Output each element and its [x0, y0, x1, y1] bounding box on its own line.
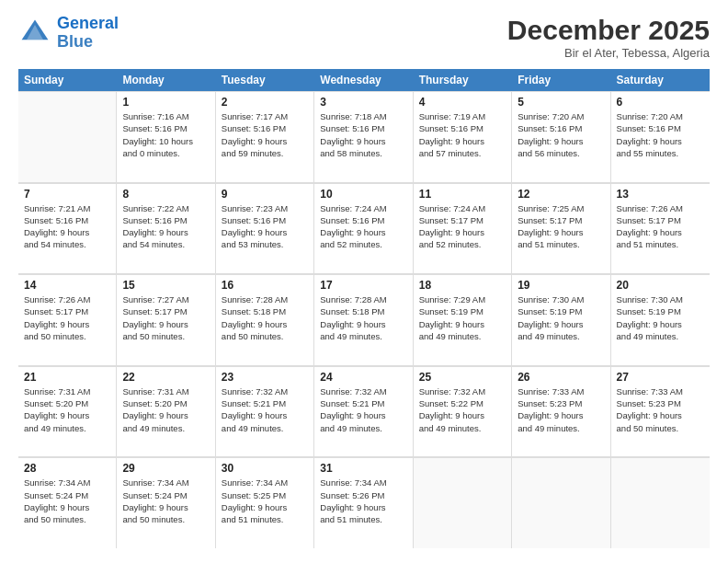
- cal-cell: [18, 91, 117, 182]
- cal-cell: 14Sunrise: 7:26 AM Sunset: 5:17 PM Dayli…: [18, 274, 117, 365]
- header-day-wednesday: Wednesday: [314, 69, 413, 91]
- cell-info: Sunrise: 7:24 AM Sunset: 5:17 PM Dayligh…: [419, 202, 506, 251]
- cal-row-3: 21Sunrise: 7:31 AM Sunset: 5:20 PM Dayli…: [18, 366, 710, 458]
- header-right: December 2025 Bir el Ater, Tebessa, Alge…: [507, 15, 710, 60]
- cal-cell: 13Sunrise: 7:26 AM Sunset: 5:17 PM Dayli…: [611, 183, 710, 274]
- cal-cell: [512, 457, 610, 548]
- day-number: 10: [320, 188, 406, 201]
- day-number: 3: [320, 96, 406, 109]
- cal-row-2: 14Sunrise: 7:26 AM Sunset: 5:17 PM Dayli…: [18, 274, 710, 366]
- cell-info: Sunrise: 7:34 AM Sunset: 5:24 PM Dayligh…: [24, 477, 110, 525]
- day-number: 2: [222, 96, 308, 109]
- day-number: 14: [24, 279, 110, 292]
- calendar: SundayMondayTuesdayWednesdayThursdayFrid…: [18, 69, 710, 548]
- cal-row-4: 28Sunrise: 7:34 AM Sunset: 5:24 PM Dayli…: [18, 457, 710, 548]
- cal-cell: 21Sunrise: 7:31 AM Sunset: 5:20 PM Dayli…: [18, 366, 117, 457]
- cal-cell: 7Sunrise: 7:21 AM Sunset: 5:16 PM Daylig…: [18, 183, 117, 274]
- day-number: 25: [419, 371, 506, 384]
- cell-info: Sunrise: 7:27 AM Sunset: 5:17 PM Dayligh…: [122, 293, 209, 342]
- cal-cell: 1Sunrise: 7:16 AM Sunset: 5:16 PM Daylig…: [117, 91, 215, 182]
- day-number: 8: [122, 188, 209, 201]
- cal-cell: 29Sunrise: 7:34 AM Sunset: 5:24 PM Dayli…: [117, 457, 215, 548]
- cal-cell: 2Sunrise: 7:17 AM Sunset: 5:16 PM Daylig…: [216, 91, 314, 182]
- cell-info: Sunrise: 7:32 AM Sunset: 5:21 PM Dayligh…: [320, 385, 406, 434]
- cell-info: Sunrise: 7:25 AM Sunset: 5:17 PM Dayligh…: [518, 202, 604, 251]
- day-number: 31: [320, 462, 406, 475]
- cell-info: Sunrise: 7:26 AM Sunset: 5:17 PM Dayligh…: [24, 293, 110, 342]
- location: Bir el Ater, Tebessa, Algeria: [507, 46, 710, 60]
- cell-info: Sunrise: 7:26 AM Sunset: 5:17 PM Dayligh…: [617, 202, 704, 251]
- cal-cell: 4Sunrise: 7:19 AM Sunset: 5:16 PM Daylig…: [414, 91, 512, 182]
- cell-info: Sunrise: 7:33 AM Sunset: 5:23 PM Dayligh…: [617, 385, 704, 434]
- cal-cell: 8Sunrise: 7:22 AM Sunset: 5:16 PM Daylig…: [117, 183, 215, 274]
- header-day-saturday: Saturday: [611, 69, 710, 91]
- cal-cell: 19Sunrise: 7:30 AM Sunset: 5:19 PM Dayli…: [512, 274, 610, 365]
- day-number: 28: [24, 462, 110, 475]
- cal-cell: [611, 457, 710, 548]
- header-day-sunday: Sunday: [18, 69, 117, 91]
- header: General Blue December 2025 Bir el Ater, …: [18, 15, 710, 60]
- day-number: 16: [222, 279, 308, 292]
- day-number: 24: [320, 371, 406, 384]
- cal-cell: 25Sunrise: 7:32 AM Sunset: 5:22 PM Dayli…: [414, 366, 512, 457]
- cal-cell: 24Sunrise: 7:32 AM Sunset: 5:21 PM Dayli…: [314, 366, 413, 457]
- cal-cell: 30Sunrise: 7:34 AM Sunset: 5:25 PM Dayli…: [216, 457, 314, 548]
- cal-cell: 28Sunrise: 7:34 AM Sunset: 5:24 PM Dayli…: [18, 457, 117, 548]
- month-title: December 2025: [507, 15, 710, 46]
- day-number: 15: [122, 279, 209, 292]
- day-number: 12: [518, 188, 604, 201]
- day-number: 11: [419, 188, 506, 201]
- cal-row-1: 7Sunrise: 7:21 AM Sunset: 5:16 PM Daylig…: [18, 183, 710, 275]
- cell-info: Sunrise: 7:23 AM Sunset: 5:16 PM Dayligh…: [222, 202, 308, 251]
- day-number: 7: [24, 188, 110, 201]
- cal-cell: 16Sunrise: 7:28 AM Sunset: 5:18 PM Dayli…: [216, 274, 314, 365]
- cell-info: Sunrise: 7:34 AM Sunset: 5:26 PM Dayligh…: [320, 477, 406, 525]
- cal-cell: 18Sunrise: 7:29 AM Sunset: 5:19 PM Dayli…: [414, 274, 512, 365]
- cal-cell: 6Sunrise: 7:20 AM Sunset: 5:16 PM Daylig…: [611, 91, 710, 182]
- cal-cell: 9Sunrise: 7:23 AM Sunset: 5:16 PM Daylig…: [216, 183, 314, 274]
- cal-cell: 27Sunrise: 7:33 AM Sunset: 5:23 PM Dayli…: [611, 366, 710, 457]
- cell-info: Sunrise: 7:33 AM Sunset: 5:23 PM Dayligh…: [518, 385, 604, 434]
- header-day-friday: Friday: [512, 69, 610, 91]
- calendar-body: 1Sunrise: 7:16 AM Sunset: 5:16 PM Daylig…: [18, 91, 710, 548]
- cell-info: Sunrise: 7:31 AM Sunset: 5:20 PM Dayligh…: [24, 385, 110, 434]
- cell-info: Sunrise: 7:18 AM Sunset: 5:16 PM Dayligh…: [320, 110, 406, 159]
- day-number: 20: [617, 279, 704, 292]
- cell-info: Sunrise: 7:34 AM Sunset: 5:24 PM Dayligh…: [122, 477, 209, 525]
- cell-info: Sunrise: 7:32 AM Sunset: 5:21 PM Dayligh…: [222, 385, 308, 434]
- day-number: 22: [122, 371, 209, 384]
- cal-cell: 11Sunrise: 7:24 AM Sunset: 5:17 PM Dayli…: [414, 183, 512, 274]
- cell-info: Sunrise: 7:30 AM Sunset: 5:19 PM Dayligh…: [518, 293, 604, 342]
- day-number: 18: [419, 279, 506, 292]
- cell-info: Sunrise: 7:28 AM Sunset: 5:18 PM Dayligh…: [320, 293, 406, 342]
- calendar-header: SundayMondayTuesdayWednesdayThursdayFrid…: [18, 69, 710, 91]
- day-number: 1: [122, 96, 209, 109]
- day-number: 30: [222, 462, 308, 475]
- cell-info: Sunrise: 7:19 AM Sunset: 5:16 PM Dayligh…: [419, 110, 506, 159]
- cal-cell: 23Sunrise: 7:32 AM Sunset: 5:21 PM Dayli…: [216, 366, 314, 457]
- day-number: 5: [518, 96, 604, 109]
- day-number: 9: [222, 188, 308, 201]
- cal-cell: 10Sunrise: 7:24 AM Sunset: 5:16 PM Dayli…: [314, 183, 413, 274]
- cal-cell: 17Sunrise: 7:28 AM Sunset: 5:18 PM Dayli…: [314, 274, 413, 365]
- page: General Blue December 2025 Bir el Ater, …: [0, 0, 728, 563]
- logo-icon: [18, 17, 51, 50]
- cell-info: Sunrise: 7:16 AM Sunset: 5:16 PM Dayligh…: [122, 110, 209, 159]
- cal-cell: 3Sunrise: 7:18 AM Sunset: 5:16 PM Daylig…: [314, 91, 413, 182]
- cell-info: Sunrise: 7:20 AM Sunset: 5:16 PM Dayligh…: [518, 110, 604, 159]
- day-number: 23: [222, 371, 308, 384]
- cal-cell: 26Sunrise: 7:33 AM Sunset: 5:23 PM Dayli…: [512, 366, 610, 457]
- header-day-thursday: Thursday: [414, 69, 512, 91]
- day-number: 26: [518, 371, 604, 384]
- day-number: 17: [320, 279, 406, 292]
- logo: General Blue: [18, 15, 119, 52]
- cell-info: Sunrise: 7:21 AM Sunset: 5:16 PM Dayligh…: [24, 202, 110, 251]
- header-day-tuesday: Tuesday: [216, 69, 314, 91]
- cell-info: Sunrise: 7:32 AM Sunset: 5:22 PM Dayligh…: [419, 385, 506, 434]
- logo-text: General Blue: [57, 15, 119, 52]
- cell-info: Sunrise: 7:20 AM Sunset: 5:16 PM Dayligh…: [617, 110, 704, 159]
- cal-cell: 12Sunrise: 7:25 AM Sunset: 5:17 PM Dayli…: [512, 183, 610, 274]
- day-number: 6: [617, 96, 704, 109]
- day-number: 13: [617, 188, 704, 201]
- cell-info: Sunrise: 7:29 AM Sunset: 5:19 PM Dayligh…: [419, 293, 506, 342]
